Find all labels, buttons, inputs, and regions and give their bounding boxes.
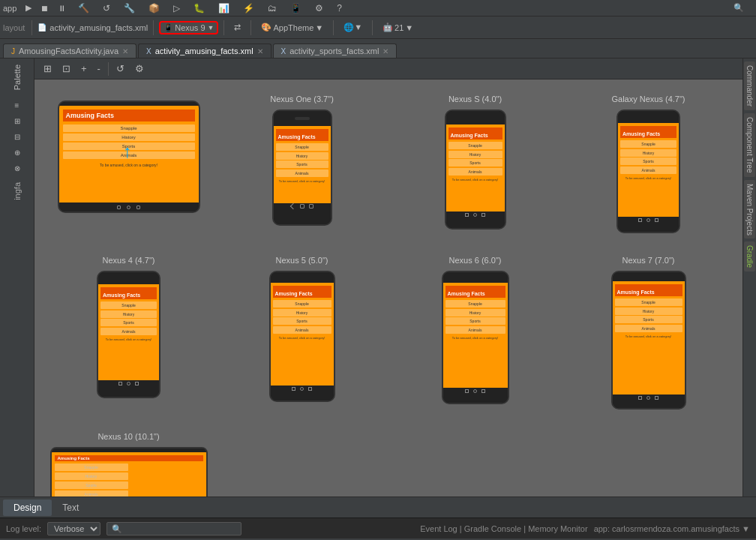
zoom-out-btn[interactable]: - [94,62,104,76]
nexus-5-frame: Amusing Facts Snapple History Sports Ani… [269,271,335,402]
nexus9-frame: Amusing Facts Snapple History Sports Ani… [58,100,200,213]
refresh-btn[interactable]: ↺ [113,62,128,76]
zoom-in-btn[interactable]: + [78,62,90,76]
palette-btn-5[interactable]: ⊗ [12,162,22,175]
log-app-info: Event Log | Gradle Console | Memory Moni… [420,524,587,533]
menu-app[interactable]: app [3,4,16,13]
palette-btn-4[interactable]: ⊕ [12,146,22,159]
nexus-selector[interactable]: 📱 Nexus 9 ▼ [159,21,218,34]
sep3 [224,20,224,35]
icon-package[interactable]: 📦 [148,3,160,14]
device-nexus-6: Nexus 6 (6.0") Amusing Facts Snapple His… [396,256,554,410]
device-nexus-7: Nexus 7 (7.0") Amusing Facts Snapple His… [569,256,728,410]
log-level-select[interactable]: Verbose Debug Info Warn Error [47,522,100,536]
menu-debug[interactable]: ⏸ [58,4,66,13]
app-package-info: app: carlosrmendoza.com.amusingfacts ▼ [594,524,750,533]
tab-xml-1[interactable]: X activity_amusing_facts.xml ✕ [138,44,272,58]
device-grid: Amusing Facts Snapple History Sports Ani… [34,80,742,496]
canvas-settings-btn[interactable]: ⚙ [132,62,147,76]
dropdown-icon: ▼ [208,24,214,32]
tab-xml2-label: activity_sports_facts.xml [290,46,379,56]
log-search-input[interactable] [106,522,242,536]
tab-xml2-close[interactable]: ✕ [382,47,388,56]
main-layout: Palette ≡ ⊞ ⊟ ⊕ ⊗ ingfa ⊞ ⊡ + - ↺ ⚙ ↑ [0,58,756,496]
nexus-7-frame: Amusing Facts Snapple History Sports Ani… [611,271,686,410]
locale-btn[interactable]: 🌐▼ [339,20,367,34]
icon-build[interactable]: 🔨 [78,3,89,14]
palette-btn-2[interactable]: ⊞ [12,115,22,128]
nexus9-btn-history: History [63,134,195,141]
theme-label: AppTheme [273,23,314,32]
tab-xml1-icon: X [146,47,152,56]
palette-btn-1[interactable]: ≡ [13,99,22,112]
nexus9-bottom-text: To be amused, click on a category! [63,163,195,167]
icon-help[interactable]: ? [337,3,342,14]
ingfa-label: ingfa [13,182,22,200]
tab-xml2-icon: X [281,47,286,56]
file-icon: 📄 [38,23,46,32]
design-canvas[interactable]: ⊞ ⊡ + - ↺ ⚙ ↑ Amusing Facts Snapple Hist… [34,58,742,496]
nexus-s-screen: Amusing Facts Snapple History Sports Ani… [446,124,505,212]
icon-tools[interactable]: 🔧 [124,3,135,14]
log-bar: Log level: Verbose Debug Info Warn Error… [0,518,756,538]
icon-avd[interactable]: 📱 [290,3,302,14]
galaxy-nexus-label: Galaxy Nexus (4.7") [611,94,685,104]
memory-monitor-btn[interactable]: Memory Monitor [528,524,587,533]
nexus9-nav [59,202,199,212]
nexus9-btn-sports: Sports [63,142,195,150]
cat-history: History [276,152,328,160]
sep4 [250,20,251,35]
nexus-7-screen: Amusing Facts Snapple History Sports Ani… [613,281,685,394]
icon-profile[interactable]: ⚡ [243,3,254,14]
right-panel-component-tree[interactable]: Component Tree [744,113,755,177]
icon-sync[interactable]: ↺ [103,3,110,14]
android-version-btn[interactable]: 🤖 21 ▼ [378,20,418,34]
menu-run[interactable]: ▶ [26,3,32,13]
icon-debug2[interactable]: 🐛 [194,3,205,14]
nexus-one-label: Nexus One (3.7") [270,94,334,104]
orientation-btn[interactable]: ⇄ [230,20,245,34]
tab-text[interactable]: Text [52,500,89,516]
api-dropdown: ▼ [405,23,413,32]
palette-label[interactable]: Palette [10,58,25,96]
sep1 [32,20,32,35]
nexus-5-label: Nexus 5 (5.0") [276,256,328,265]
nav-home [127,206,130,209]
icon-coverage[interactable]: 📊 [218,3,230,14]
icon-sdk[interactable]: 🗂 [268,3,277,14]
nexus9-screen: Amusing Facts Snapple History Sports Ani… [59,106,199,202]
theme-dropdown: ▼ [315,23,323,32]
nexus-6-frame: Amusing Facts Snapple History Sports Ani… [442,271,509,404]
menu-stop[interactable]: ⏹ [40,4,49,13]
theme-btn[interactable]: 🎨 AppTheme ▼ [256,20,328,34]
tab-java[interactable]: J AmousingFactsActivity.java ✕ [3,44,136,58]
tab-xml-2[interactable]: X activity_sports_facts.xml ✕ [273,44,398,58]
gradle-console-btn[interactable]: Gradle Console [464,524,521,533]
icon-settings[interactable]: ⚙ [315,3,323,14]
tab-xml1-label: activity_amusing_facts.xml [155,46,254,56]
device-nexus-s: Nexus S (4.0") Amusing Facts Snapple His… [396,94,554,233]
zoom-actual-btn[interactable]: ⊞ [40,62,55,76]
palette-btn-3[interactable]: ⊟ [12,130,22,143]
icon-run2[interactable]: ▷ [173,3,180,14]
event-log-btn[interactable]: Event Log [420,524,458,533]
nexus-6-label: Nexus 6 (6.0") [449,256,502,265]
nexus-one-frame: Amusing Facts Snapple History Sports Ani… [272,110,332,226]
tab-design[interactable]: Design [3,500,52,516]
right-panel-commander[interactable]: Commander [744,62,755,110]
tab-xml1-close[interactable]: ✕ [257,47,263,56]
cat-sports: Sports [276,160,328,168]
device-nexus-one: Nexus One (3.7") Amusing Facts Snapple H… [223,94,381,233]
right-panel-maven[interactable]: Maven Projects [744,180,755,239]
cat-animals: Animals [276,170,328,177]
nexus-5-screen: Amusing Facts Snapple History Sports Ani… [271,283,334,386]
device-galaxy-nexus: Galaxy Nexus (4.7") Amusing Facts Snappl… [569,94,728,233]
search-icon[interactable]: 🔍 [734,3,744,13]
right-panel-gradle[interactable]: Gradle [744,242,755,272]
tabs-bar: J AmousingFactsActivity.java ✕ X activit… [0,39,756,58]
tab-java-close[interactable]: ✕ [122,47,128,56]
galaxy-nexus-screen: Amusing Facts Snapple History Sports Ani… [618,123,679,217]
nexus9-btn-animals: Animals [63,152,195,159]
zoom-fit-btn[interactable]: ⊡ [59,62,74,76]
device-nexus-5: Nexus 5 (5.0") Amusing Facts Snapple His… [223,256,381,410]
